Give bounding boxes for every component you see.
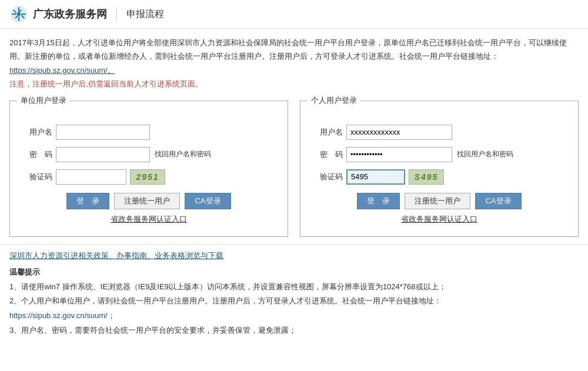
unit-username-label: 用户名 [22, 127, 52, 138]
header: 广东政务服务网 申报流程 [0, 0, 588, 29]
personal-province-row: 省政务服务网认证入口 [312, 214, 566, 225]
tip-3: 3、用户名、密码，需要符合社会统一用户平台的安全要求，并妥善保管，避免泄露； [9, 323, 579, 338]
personal-password-label: 密 码 [312, 149, 343, 160]
personal-login-form: 用户名 密 码 找回用户名和密码 验证码 S495 登 录 注册统一用户 CA登… [312, 125, 566, 225]
unit-register-button[interactable]: 注册统一用户 [114, 193, 180, 209]
site-logo: 广东政务服务网 [9, 5, 107, 24]
personal-password-row: 密 码 找回用户名和密码 [312, 147, 566, 162]
warm-tips-list: 1、请使用win7 操作系统、IE浏览器（IE9及IE9以上版本）访问本系统，并… [9, 280, 579, 338]
unit-username-input[interactable] [56, 125, 150, 140]
unit-ca-button[interactable]: CA登录 [185, 193, 230, 209]
unit-login-title: 单位用户登录 [17, 95, 70, 106]
personal-captcha-group: S495 [346, 169, 444, 185]
header-subtitle: 申报流程 [126, 8, 164, 21]
notice-link[interactable]: https://sipub.sz.gov.cn/suum/。 [9, 66, 115, 75]
warm-tips-title: 温馨提示 [9, 267, 579, 278]
unit-province-link[interactable]: 省政务服务网认证入口 [111, 214, 187, 225]
personal-username-row: 用户名 [312, 125, 566, 140]
personal-btn-row: 登 录 注册统一用户 CA登录 [312, 193, 566, 209]
unit-username-row: 用户名 [22, 125, 276, 140]
personal-province-link[interactable]: 省政务服务网认证入口 [401, 214, 477, 225]
personal-captcha-label: 验证码 [312, 172, 343, 182]
login-area: 单位用户登录 用户名 密 码 找回用户名和密码 验证码 2951 登 录 注册统… [0, 96, 588, 242]
svg-point-9 [17, 12, 21, 16]
personal-ca-button[interactable]: CA登录 [475, 193, 521, 209]
unit-login-form: 用户名 密 码 找回用户名和密码 验证码 2951 登 录 注册统一用户 CA登… [22, 125, 276, 225]
header-divider [116, 7, 117, 21]
bottom-link[interactable]: 深圳市人力资源引进相关政策、办事指南、业务表格浏览与下载 [9, 251, 223, 260]
personal-captcha-row: 验证码 S495 [312, 169, 566, 185]
tip-2: 2、个人用户和单位用户，请到社会统一用户平台注册用户。注册用户后，方可登录人才引… [9, 294, 579, 309]
unit-login-box: 单位用户登录 用户名 密 码 找回用户名和密码 验证码 2951 登 录 注册统… [9, 101, 288, 237]
personal-captcha-input[interactable] [346, 169, 405, 185]
warm-tips: 温馨提示 1、请使用win7 操作系统、IE浏览器（IE9及IE9以上版本）访问… [9, 267, 579, 338]
bottom-section: 深圳市人力资源引进相关政策、办事指南、业务表格浏览与下载 温馨提示 1、请使用w… [0, 244, 588, 344]
svg-rect-4 [21, 14, 26, 15]
unit-login-button[interactable]: 登 录 [66, 193, 109, 209]
notice-text: 2017年3月15日起，人才引进单位用户将全部使用深圳市人力资源和社会保障局的社… [9, 38, 567, 61]
notice-section: 2017年3月15日起，人才引进单位用户将全部使用深圳市人力资源和社会保障局的社… [0, 29, 588, 96]
notice-warning: 注意，注册统一用户后,仍需返回当前人才引进系统页面。 [9, 79, 203, 88]
tip-2-link: https://sipub.sz.gov.cn/suum/； [9, 309, 579, 323]
unit-captcha-image[interactable]: 2951 [130, 169, 165, 185]
svg-rect-3 [12, 14, 16, 15]
unit-captcha-label: 验证码 [22, 172, 52, 182]
personal-login-box: 个人用户登录 用户名 密 码 找回用户名和密码 验证码 S495 登 录 注册统… [300, 101, 579, 237]
personal-username-label: 用户名 [312, 127, 343, 138]
unit-password-input[interactable] [56, 147, 150, 162]
personal-register-button[interactable]: 注册统一用户 [405, 193, 470, 209]
personal-recover-link[interactable]: 找回用户名和密码 [457, 149, 513, 159]
site-name: 广东政务服务网 [33, 7, 107, 21]
logo-icon [9, 5, 28, 24]
unit-province-row: 省政务服务网认证入口 [22, 214, 276, 225]
personal-login-title: 个人用户登录 [308, 95, 360, 106]
unit-recover-link[interactable]: 找回用户名和密码 [155, 149, 211, 159]
svg-rect-2 [18, 16, 19, 21]
unit-password-label: 密 码 [22, 149, 52, 160]
svg-rect-1 [18, 7, 19, 12]
unit-btn-row: 登 录 注册统一用户 CA登录 [22, 193, 276, 209]
unit-password-row: 密 码 找回用户名和密码 [22, 147, 276, 162]
personal-username-input[interactable] [346, 125, 452, 140]
personal-captcha-image[interactable]: S495 [409, 169, 444, 185]
unit-captcha-group: 2951 [56, 169, 165, 185]
personal-password-input[interactable] [346, 147, 452, 162]
personal-login-button[interactable]: 登 录 [357, 193, 400, 209]
tip-1: 1、请使用win7 操作系统、IE浏览器（IE9及IE9以上版本）访问本系统，并… [9, 280, 579, 295]
unit-captcha-input[interactable] [56, 169, 126, 185]
unit-captcha-row: 验证码 2951 [22, 169, 276, 185]
